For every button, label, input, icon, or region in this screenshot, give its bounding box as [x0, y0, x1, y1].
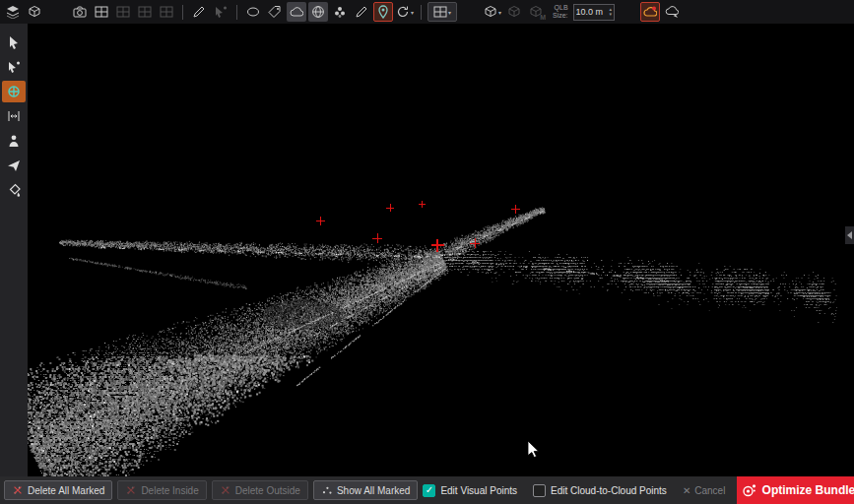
globe-tool[interactable] [308, 2, 328, 22]
cloudbrush-icon [665, 5, 679, 19]
optimize-bundle-label: Optimize Bundle [762, 483, 854, 497]
edit-visual-points-checkbox[interactable]: ✓Edit Visual Points [423, 484, 517, 497]
move-point-tool[interactable] [2, 81, 26, 102]
fill-tool[interactable] [2, 179, 26, 201]
left-toolbar [0, 24, 28, 476]
plane-icon [7, 158, 21, 172]
draw-line-tool[interactable] [189, 2, 209, 22]
cloudspark-icon [643, 5, 657, 19]
cube-icon [507, 5, 521, 19]
flower-tool[interactable] [330, 2, 350, 22]
cancel-button[interactable]: ✕ Cancel [683, 485, 726, 496]
cursorspark-icon [214, 5, 228, 19]
checkbox-box[interactable] [533, 484, 546, 497]
expand-panel-handle[interactable] [845, 226, 854, 244]
dropdown-arrow-icon: ▾ [411, 9, 414, 16]
walk-view-tool[interactable] [2, 130, 26, 152]
import-data[interactable] [3, 2, 23, 22]
delete-outside-button[interactable]: Delete Outside [212, 480, 308, 500]
checkbox-box[interactable]: ✓ [423, 484, 435, 497]
button-label: Delete Inside [141, 485, 198, 496]
button-label: Delete Outside [235, 485, 300, 496]
dropdown-arrow-icon: ▾ [498, 9, 501, 16]
rotate-icon [396, 5, 410, 19]
delmark-icon [125, 484, 137, 496]
pin-icon [376, 5, 390, 19]
viewport-3d[interactable] [28, 24, 854, 476]
tag-icon [268, 5, 282, 19]
application-window: ▾▾▾MQLBSize:▴▾ Delete All MarkedDelete I… [0, 0, 854, 504]
delmark-icon [12, 484, 24, 496]
ellipse-tool[interactable] [243, 2, 263, 22]
panels-icon [160, 5, 173, 19]
top-toolbar: ▾▾▾MQLBSize:▴▾ [0, 0, 854, 24]
cancel-label: Cancel [694, 485, 725, 496]
bounding-box[interactable] [25, 2, 44, 22]
cursor-icon [7, 35, 21, 49]
button-label: Delete All Marked [28, 485, 104, 496]
delmark-icon [220, 484, 231, 496]
bottom-bar-controls: ✓Edit Visual PointsEdit Cloud-to-Cloud P… [423, 476, 854, 504]
pick-tool[interactable] [211, 2, 230, 22]
select-tool[interactable] [2, 32, 26, 53]
checkbox-label: Edit Cloud-to-Cloud Points [551, 485, 667, 496]
qlb-size-label: QLBSize: [553, 4, 568, 20]
bottom-bar-buttons: Delete All MarkedDelete InsideDelete Out… [4, 480, 423, 500]
edit-cloud-to-cloud-checkbox[interactable]: Edit Cloud-to-Cloud Points [533, 484, 667, 497]
camera-icon [73, 5, 87, 19]
qlb-size-field: ▴▾ [573, 4, 616, 21]
toolbar-separator [421, 5, 422, 20]
panels-icon [138, 5, 152, 19]
dropdown-arrow-icon: ▾ [448, 9, 451, 16]
delete-all-marked-button[interactable]: Delete All Marked [4, 480, 112, 500]
layout-split[interactable] [92, 2, 111, 22]
layout-c[interactable] [157, 2, 176, 22]
view-mode-selector[interactable]: ▾ [427, 2, 457, 22]
cube-view[interactable]: ▾ [483, 2, 502, 22]
cube-icon [484, 5, 497, 19]
show-all-marked-button[interactable]: Show All Marked [313, 480, 418, 500]
bucket-icon [7, 183, 21, 197]
pin-tool[interactable] [373, 2, 393, 22]
cube-lock[interactable] [504, 2, 524, 22]
orbit-tool[interactable]: ▾ [395, 2, 415, 22]
cloud-icon [290, 5, 303, 19]
icon-badge: M [540, 14, 546, 21]
cursorspark-icon [7, 60, 21, 74]
pen-icon [192, 5, 206, 19]
pick-point-tool[interactable] [2, 56, 26, 78]
cancel-icon: ✕ [683, 485, 690, 496]
bottom-bar-checkboxes: ✓Edit Visual PointsEdit Cloud-to-Cloud P… [423, 484, 682, 497]
optimize-bundle-button[interactable]: Optimize Bundle [737, 476, 854, 504]
fly-view-tool[interactable] [2, 155, 26, 176]
panels-icon [116, 5, 130, 19]
camera-views[interactable] [70, 2, 90, 22]
cloud-tool[interactable] [287, 2, 306, 22]
tag-tool[interactable] [265, 2, 285, 22]
cube-icon [28, 5, 41, 19]
bottom-bar: Delete All MarkedDelete InsideDelete Out… [0, 476, 854, 504]
measure-tool[interactable] [2, 105, 26, 127]
globe-icon [311, 5, 325, 19]
cloud-highlight-tool[interactable] [640, 2, 660, 22]
flower-icon [333, 5, 347, 19]
layout-a[interactable] [113, 2, 133, 22]
cloud-brush-tool[interactable] [662, 2, 682, 22]
toolbar-separator [182, 5, 183, 20]
chevron-left-icon [847, 231, 852, 239]
delete-inside-button[interactable]: Delete Inside [117, 480, 206, 500]
checkbox-label: Edit Visual Points [440, 485, 517, 496]
ellipse-icon [246, 5, 260, 19]
panels-icon [433, 5, 447, 19]
layout-b[interactable] [135, 2, 155, 22]
pen-tool[interactable] [352, 2, 371, 22]
pen-icon [355, 5, 368, 19]
qlb-size-input[interactable] [574, 7, 608, 17]
cube-m[interactable]: M [526, 2, 546, 22]
qlb-size-spinner[interactable]: ▴▾ [608, 7, 615, 17]
person-icon [7, 134, 21, 148]
showmark-icon [321, 484, 333, 496]
layers-icon [6, 5, 20, 19]
button-label: Show All Marked [337, 485, 410, 496]
move-icon [7, 85, 21, 98]
